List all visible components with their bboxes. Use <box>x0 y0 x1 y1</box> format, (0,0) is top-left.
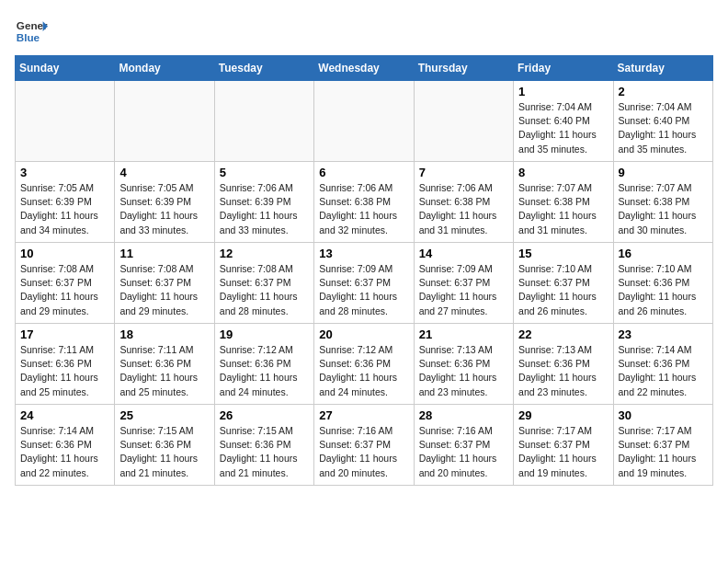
day-number: 29 <box>518 408 608 422</box>
svg-text:Blue: Blue <box>17 31 40 43</box>
day-info: Sunrise: 7:06 AM Sunset: 6:38 PM Dayligh… <box>419 181 508 237</box>
day-cell-25: 25Sunrise: 7:15 AM Sunset: 6:36 PM Dayli… <box>115 405 214 486</box>
day-cell-21: 21Sunrise: 7:13 AM Sunset: 6:36 PM Dayli… <box>414 324 513 405</box>
day-number: 27 <box>319 408 408 422</box>
header: General Blue <box>15 15 713 48</box>
day-info: Sunrise: 7:16 AM Sunset: 6:37 PM Dayligh… <box>319 424 408 480</box>
day-info: Sunrise: 7:14 AM Sunset: 6:36 PM Dayligh… <box>20 424 109 480</box>
empty-cell <box>414 81 513 162</box>
day-cell-28: 28Sunrise: 7:16 AM Sunset: 6:37 PM Dayli… <box>414 405 513 486</box>
day-info: Sunrise: 7:04 AM Sunset: 6:40 PM Dayligh… <box>518 100 608 156</box>
day-info: Sunrise: 7:07 AM Sunset: 6:38 PM Dayligh… <box>518 181 608 237</box>
day-number: 21 <box>419 327 508 341</box>
day-info: Sunrise: 7:11 AM Sunset: 6:36 PM Dayligh… <box>20 343 109 399</box>
day-number: 12 <box>220 247 309 260</box>
day-number: 30 <box>619 408 708 422</box>
day-number: 9 <box>619 166 708 179</box>
empty-cell <box>16 81 115 162</box>
day-cell-5: 5Sunrise: 7:06 AM Sunset: 6:39 PM Daylig… <box>214 162 313 243</box>
day-info: Sunrise: 7:07 AM Sunset: 6:38 PM Dayligh… <box>619 181 708 237</box>
day-number: 11 <box>119 247 209 260</box>
day-number: 3 <box>20 166 109 179</box>
day-number: 25 <box>119 408 209 422</box>
day-info: Sunrise: 7:15 AM Sunset: 6:36 PM Dayligh… <box>119 424 209 480</box>
day-cell-9: 9Sunrise: 7:07 AM Sunset: 6:38 PM Daylig… <box>613 162 712 243</box>
day-info: Sunrise: 7:08 AM Sunset: 6:37 PM Dayligh… <box>220 262 309 318</box>
day-info: Sunrise: 7:08 AM Sunset: 6:37 PM Dayligh… <box>20 262 109 318</box>
day-number: 17 <box>20 327 109 341</box>
day-cell-20: 20Sunrise: 7:12 AM Sunset: 6:36 PM Dayli… <box>314 324 414 405</box>
day-info: Sunrise: 7:09 AM Sunset: 6:37 PM Dayligh… <box>419 262 508 318</box>
day-info: Sunrise: 7:12 AM Sunset: 6:36 PM Dayligh… <box>319 343 408 399</box>
weekday-header-row: SundayMondayTuesdayWednesdayThursdayFrid… <box>16 56 713 81</box>
day-number: 16 <box>619 247 708 260</box>
weekday-header-monday: Monday <box>115 56 214 81</box>
day-cell-17: 17Sunrise: 7:11 AM Sunset: 6:36 PM Dayli… <box>16 324 115 405</box>
day-cell-14: 14Sunrise: 7:09 AM Sunset: 6:37 PM Dayli… <box>414 243 513 324</box>
day-info: Sunrise: 7:11 AM Sunset: 6:36 PM Dayligh… <box>119 343 209 399</box>
week-row-3: 17Sunrise: 7:11 AM Sunset: 6:36 PM Dayli… <box>16 324 713 405</box>
day-cell-19: 19Sunrise: 7:12 AM Sunset: 6:36 PM Dayli… <box>214 324 313 405</box>
week-row-0: 1Sunrise: 7:04 AM Sunset: 6:40 PM Daylig… <box>16 81 713 162</box>
day-number: 1 <box>518 85 608 98</box>
day-number: 7 <box>419 166 508 179</box>
day-cell-16: 16Sunrise: 7:10 AM Sunset: 6:36 PM Dayli… <box>613 243 712 324</box>
day-cell-24: 24Sunrise: 7:14 AM Sunset: 6:36 PM Dayli… <box>16 405 115 486</box>
day-cell-12: 12Sunrise: 7:08 AM Sunset: 6:37 PM Dayli… <box>214 243 313 324</box>
day-number: 28 <box>419 408 508 422</box>
day-info: Sunrise: 7:14 AM Sunset: 6:36 PM Dayligh… <box>619 343 708 399</box>
day-number: 8 <box>518 166 608 179</box>
day-cell-15: 15Sunrise: 7:10 AM Sunset: 6:37 PM Dayli… <box>514 243 613 324</box>
day-cell-1: 1Sunrise: 7:04 AM Sunset: 6:40 PM Daylig… <box>514 81 613 162</box>
day-info: Sunrise: 7:09 AM Sunset: 6:37 PM Dayligh… <box>319 262 408 318</box>
day-number: 10 <box>20 247 109 260</box>
day-cell-4: 4Sunrise: 7:05 AM Sunset: 6:39 PM Daylig… <box>115 162 214 243</box>
day-info: Sunrise: 7:05 AM Sunset: 6:39 PM Dayligh… <box>119 181 209 237</box>
weekday-header-tuesday: Tuesday <box>214 56 313 81</box>
day-info: Sunrise: 7:04 AM Sunset: 6:40 PM Dayligh… <box>619 100 708 156</box>
day-number: 4 <box>119 166 209 179</box>
day-info: Sunrise: 7:12 AM Sunset: 6:36 PM Dayligh… <box>220 343 309 399</box>
logo: General Blue <box>15 15 48 48</box>
day-info: Sunrise: 7:17 AM Sunset: 6:37 PM Dayligh… <box>619 424 708 480</box>
day-info: Sunrise: 7:15 AM Sunset: 6:36 PM Dayligh… <box>220 424 309 480</box>
day-number: 15 <box>518 247 608 260</box>
day-info: Sunrise: 7:17 AM Sunset: 6:37 PM Dayligh… <box>518 424 608 480</box>
day-cell-13: 13Sunrise: 7:09 AM Sunset: 6:37 PM Dayli… <box>314 243 414 324</box>
day-cell-2: 2Sunrise: 7:04 AM Sunset: 6:40 PM Daylig… <box>613 81 712 162</box>
day-number: 13 <box>319 247 408 260</box>
day-cell-27: 27Sunrise: 7:16 AM Sunset: 6:37 PM Dayli… <box>314 405 414 486</box>
day-cell-23: 23Sunrise: 7:14 AM Sunset: 6:36 PM Dayli… <box>613 324 712 405</box>
day-info: Sunrise: 7:06 AM Sunset: 6:38 PM Dayligh… <box>319 181 408 237</box>
day-cell-30: 30Sunrise: 7:17 AM Sunset: 6:37 PM Dayli… <box>613 405 712 486</box>
day-info: Sunrise: 7:16 AM Sunset: 6:37 PM Dayligh… <box>419 424 508 480</box>
empty-cell <box>214 81 313 162</box>
day-cell-26: 26Sunrise: 7:15 AM Sunset: 6:36 PM Dayli… <box>214 405 313 486</box>
day-cell-22: 22Sunrise: 7:13 AM Sunset: 6:36 PM Dayli… <box>514 324 613 405</box>
weekday-header-saturday: Saturday <box>613 56 712 81</box>
day-info: Sunrise: 7:08 AM Sunset: 6:37 PM Dayligh… <box>119 262 209 318</box>
day-number: 18 <box>119 327 209 341</box>
calendar: SundayMondayTuesdayWednesdayThursdayFrid… <box>15 55 713 486</box>
day-info: Sunrise: 7:13 AM Sunset: 6:36 PM Dayligh… <box>518 343 608 399</box>
day-number: 6 <box>319 166 408 179</box>
weekday-header-thursday: Thursday <box>414 56 513 81</box>
day-info: Sunrise: 7:10 AM Sunset: 6:36 PM Dayligh… <box>619 262 708 318</box>
day-number: 14 <box>419 247 508 260</box>
day-number: 2 <box>619 85 708 98</box>
day-cell-11: 11Sunrise: 7:08 AM Sunset: 6:37 PM Dayli… <box>115 243 214 324</box>
week-row-4: 24Sunrise: 7:14 AM Sunset: 6:36 PM Dayli… <box>16 405 713 486</box>
weekday-header-friday: Friday <box>514 56 613 81</box>
day-info: Sunrise: 7:10 AM Sunset: 6:37 PM Dayligh… <box>518 262 608 318</box>
day-info: Sunrise: 7:13 AM Sunset: 6:36 PM Dayligh… <box>419 343 508 399</box>
logo-icon: General Blue <box>15 15 48 48</box>
day-cell-6: 6Sunrise: 7:06 AM Sunset: 6:38 PM Daylig… <box>314 162 414 243</box>
day-cell-7: 7Sunrise: 7:06 AM Sunset: 6:38 PM Daylig… <box>414 162 513 243</box>
day-number: 5 <box>220 166 309 179</box>
day-number: 24 <box>20 408 109 422</box>
week-row-1: 3Sunrise: 7:05 AM Sunset: 6:39 PM Daylig… <box>16 162 713 243</box>
day-number: 19 <box>220 327 309 341</box>
day-number: 22 <box>518 327 608 341</box>
weekday-header-sunday: Sunday <box>16 56 115 81</box>
day-number: 26 <box>220 408 309 422</box>
